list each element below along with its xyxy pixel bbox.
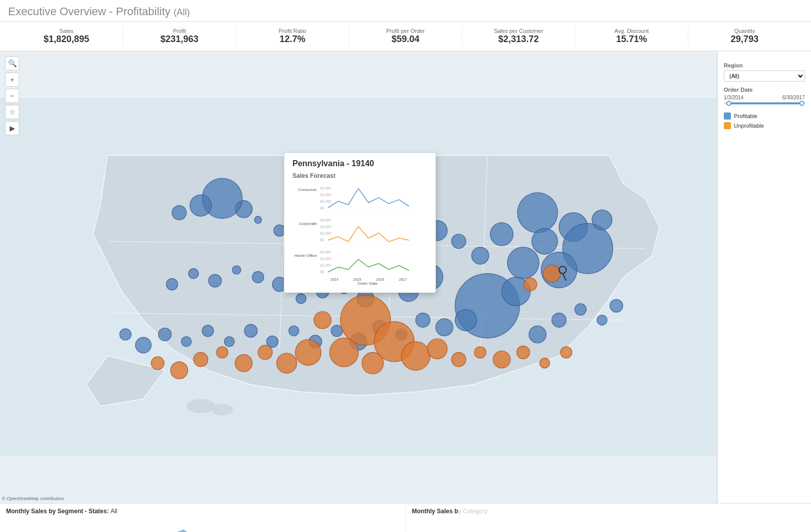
- svg-text:2015: 2015: [353, 278, 361, 281]
- svg-text:2017: 2017: [399, 278, 407, 281]
- kpi-sales: Sales $1,820,895: [10, 26, 123, 47]
- right-sidebar: Region (All) Order Date 1/3/2014 6/30/20…: [717, 51, 811, 503]
- legend-profitable: Profitable: [724, 112, 805, 120]
- svg-text:$2,000: $2,000: [320, 193, 331, 197]
- svg-text:Consumer: Consumer: [298, 187, 317, 192]
- svg-marker-122: [60, 529, 403, 532]
- map-tooltip: Pennsylvania - 19140 Sales Forecast Cons…: [284, 153, 436, 293]
- svg-point-87: [517, 346, 529, 359]
- svg-point-53: [331, 325, 343, 337]
- svg-text:$0: $0: [320, 238, 324, 242]
- main-area: 🔍 + − ☆ ▶: [0, 51, 811, 503]
- svg-point-60: [181, 336, 192, 347]
- svg-point-77: [235, 355, 252, 372]
- zoom-out-button[interactable]: −: [5, 89, 19, 103]
- svg-point-62: [135, 337, 151, 353]
- left-chart-panel: Monthly Sales by Segment - States: All C…: [0, 504, 406, 532]
- furniture-chart: [466, 517, 809, 532]
- svg-point-38: [296, 294, 306, 304]
- svg-point-59: [202, 325, 214, 337]
- svg-text:$2,000: $2,000: [320, 257, 331, 260]
- svg-point-79: [194, 352, 208, 366]
- app-container: Executive Overview - Profitability (All)…: [0, 0, 811, 532]
- unprofitable-color-swatch: [724, 122, 731, 129]
- right-chart-panel: Monthly Sales by Category Furniture $30,…: [406, 504, 812, 532]
- charts-area: Monthly Sales by Segment - States: All C…: [0, 503, 811, 532]
- tooltip-chart: Consumer $3,000 $2,000 $1,000 $0 Corpora…: [292, 183, 424, 285]
- svg-point-74: [296, 339, 321, 365]
- svg-point-68: [610, 299, 622, 312]
- furniture-y-axis: $30, $20, $10, $0: [444, 529, 466, 532]
- svg-point-40: [252, 272, 264, 283]
- right-chart-title: Monthly Sales by Category: [408, 508, 809, 517]
- play-button[interactable]: ▶: [5, 121, 19, 135]
- svg-point-12: [592, 210, 612, 230]
- svg-point-65: [552, 313, 566, 327]
- svg-point-43: [189, 269, 199, 279]
- svg-point-58: [225, 336, 235, 347]
- legend: Profitable Unprofitable: [724, 112, 805, 129]
- svg-point-6: [187, 399, 215, 413]
- svg-point-90: [543, 265, 561, 282]
- chart-row-furniture: Furniture $30, $20, $10, $0: [408, 517, 809, 532]
- svg-point-13: [507, 247, 539, 279]
- kpi-profit-per-order: Profit per Order $59.04: [349, 26, 462, 47]
- svg-point-11: [532, 229, 558, 254]
- svg-point-89: [561, 347, 572, 358]
- svg-point-85: [474, 347, 486, 358]
- svg-point-30: [190, 195, 211, 216]
- svg-text:Home Office: Home Office: [294, 253, 317, 258]
- date-range: 1/3/2014 6/30/2017: [724, 95, 805, 100]
- svg-point-67: [597, 315, 607, 325]
- svg-point-72: [362, 352, 383, 373]
- svg-point-66: [575, 303, 586, 315]
- svg-point-55: [289, 326, 299, 336]
- svg-text:2016: 2016: [376, 278, 384, 281]
- kpi-avg-discount: Avg. Discount 15.71%: [575, 26, 688, 47]
- svg-point-63: [120, 329, 131, 340]
- svg-point-88: [540, 358, 550, 368]
- right-chart-rows: Furniture $30, $20, $10, $0: [408, 517, 809, 532]
- map-area[interactable]: 🔍 + − ☆ ▶: [0, 51, 717, 503]
- svg-text:$1,000: $1,000: [320, 232, 331, 235]
- svg-point-42: [208, 274, 221, 287]
- svg-point-48: [436, 319, 453, 336]
- svg-point-7: [211, 404, 233, 415]
- kpi-sales-per-customer: Sales per Customer $2,313.72: [462, 26, 575, 47]
- svg-point-76: [258, 345, 272, 359]
- date-range-slider[interactable]: [724, 102, 805, 104]
- svg-point-41: [232, 265, 241, 274]
- search-button[interactable]: 🔍: [5, 56, 19, 70]
- svg-point-71: [329, 338, 358, 367]
- kpi-quantity: Quantity 29,793: [688, 26, 801, 47]
- region-select[interactable]: (All): [724, 70, 805, 82]
- legend-unprofitable: Unprofitable: [724, 122, 805, 129]
- svg-text:$2,000: $2,000: [320, 225, 331, 229]
- svg-point-86: [493, 351, 510, 368]
- svg-point-16: [471, 247, 489, 264]
- svg-point-61: [158, 328, 171, 340]
- zoom-in-button[interactable]: +: [5, 72, 19, 87]
- map-controls: 🔍 + − ☆ ▶: [5, 56, 19, 135]
- svg-point-78: [216, 347, 228, 358]
- consumer-chart: [60, 517, 403, 532]
- svg-text:2014: 2014: [330, 278, 339, 281]
- svg-point-44: [166, 279, 178, 290]
- left-chart-rows: Consumer $60,000 $40,000 $20,000 $0: [2, 517, 403, 532]
- star-button[interactable]: ☆: [5, 105, 19, 119]
- kpi-bar: Sales $1,820,895 Profit $231,963 Profit …: [0, 22, 811, 51]
- svg-point-82: [401, 341, 430, 370]
- chart-row-consumer: Consumer $60,000 $40,000 $20,000 $0: [2, 517, 403, 532]
- svg-point-81: [151, 357, 164, 369]
- svg-text:$1,000: $1,000: [320, 263, 331, 267]
- svg-text:$3,000: $3,000: [320, 218, 331, 222]
- svg-point-47: [455, 310, 476, 331]
- svg-text:Order Date: Order Date: [357, 281, 378, 285]
- svg-point-8: [518, 193, 558, 233]
- svg-point-64: [529, 326, 546, 343]
- consumer-y-axis: $60,000 $40,000 $20,000 $0: [38, 529, 60, 532]
- svg-text:$0: $0: [320, 206, 324, 210]
- svg-point-31: [172, 206, 186, 220]
- svg-point-57: [244, 324, 257, 337]
- svg-point-91: [524, 278, 537, 290]
